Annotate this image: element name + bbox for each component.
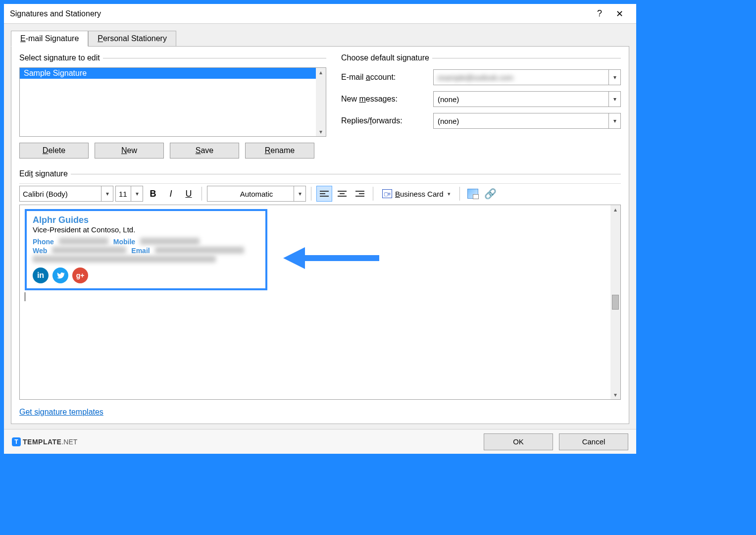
editor-scrollbar[interactable]: ▴ ▾: [610, 205, 620, 399]
cancel-button[interactable]: Cancel: [559, 433, 628, 450]
mobile-label: Mobile: [113, 238, 135, 246]
toolbar-separator: [459, 187, 460, 201]
default-signature-legend: Choose default signature: [341, 54, 432, 62]
email-account-value: example@outlook.com: [438, 73, 616, 82]
italic-icon: I: [169, 189, 172, 199]
align-center-button[interactable]: [334, 186, 350, 202]
tab-label: E-mail Signature: [20, 34, 79, 43]
business-card-label: Business Card: [395, 190, 444, 198]
bold-icon: B: [150, 189, 156, 199]
twitter-icon[interactable]: [52, 268, 68, 283]
chevron-down-icon: ▾: [131, 186, 143, 201]
business-card-icon: ▢≡: [382, 189, 392, 198]
email-account-label: E-mail account:: [341, 73, 425, 82]
arrow-head-icon: [283, 247, 305, 269]
scroll-up-icon[interactable]: ▴: [614, 206, 617, 213]
arrow-annotation: [283, 247, 379, 269]
tab-label: Personal Stationery: [98, 34, 167, 43]
arrow-shaft: [305, 255, 379, 261]
insert-picture-button[interactable]: [465, 186, 481, 202]
align-left-button[interactable]: [316, 186, 332, 202]
scrollbar-vertical[interactable]: ▴ ▾: [316, 68, 326, 136]
default-signature-section: Choose default signature E-mail account:…: [341, 54, 621, 160]
close-icon[interactable]: ✕: [609, 7, 630, 20]
rename-button[interactable]: Rename: [245, 143, 314, 159]
new-button[interactable]: New: [95, 143, 164, 159]
help-icon[interactable]: ?: [590, 7, 609, 20]
edit-signature-section: Edit signature Calibri (Body) ▾ 11 ▾ B I…: [19, 169, 621, 417]
get-templates-link[interactable]: Get signature templates: [19, 408, 621, 417]
toolbar-separator: [202, 187, 202, 201]
googleplus-icon[interactable]: g+: [72, 268, 88, 283]
chevron-down-icon: ▾: [608, 92, 620, 107]
select-signature-legend: Select signature to edit: [19, 54, 103, 62]
insert-hyperlink-button[interactable]: 🔗: [483, 186, 499, 202]
italic-button[interactable]: I: [163, 186, 179, 202]
signature-name: Alphr Guides: [33, 215, 259, 225]
signature-list[interactable]: Sample Signature ▴ ▾: [19, 67, 326, 137]
brand-bold: TEMPLATE: [23, 438, 61, 446]
text-cursor: [25, 292, 25, 301]
signature-editor[interactable]: Alphr Guides Vice-President at Contoso, …: [20, 205, 610, 399]
brand-watermark: T TEMPLATE.NET: [12, 437, 77, 446]
link-icon: 🔗: [485, 189, 497, 199]
delete-button[interactable]: Delete: [19, 143, 89, 159]
picture-icon: [467, 189, 478, 199]
signatures-dialog: Signatures and Stationery ? ✕ E-mail Sig…: [4, 4, 636, 454]
font-value: Calibri (Body): [23, 190, 68, 198]
email-label: Email: [131, 247, 150, 255]
replies-forwards-select[interactable]: (none) ▾: [433, 113, 621, 129]
brand-rest: .NET: [61, 438, 77, 446]
ok-button[interactable]: OK: [484, 433, 553, 450]
scroll-down-icon[interactable]: ▾: [319, 128, 322, 135]
toolbar-separator: [311, 187, 311, 201]
linkedin-icon[interactable]: in: [33, 268, 49, 283]
new-messages-label: New messages:: [341, 95, 425, 104]
signature-list-items: Sample Signature: [20, 68, 316, 136]
mobile-value-blurred: [140, 238, 200, 245]
address-value-blurred: [33, 256, 216, 263]
signature-highlight: Alphr Guides Vice-President at Contoso, …: [25, 209, 267, 290]
chevron-down-icon: ▾: [608, 70, 620, 85]
phone-value-blurred: [59, 238, 108, 245]
signature-item-selected[interactable]: Sample Signature: [20, 68, 316, 79]
align-right-icon: [355, 191, 364, 197]
toolbar-separator: [373, 187, 373, 201]
chevron-down-icon: ▾: [294, 186, 305, 201]
editor-area: Alphr Guides Vice-President at Contoso, …: [19, 205, 621, 400]
font-select[interactable]: Calibri (Body) ▾: [19, 186, 113, 202]
dialog-title: Signatures and Stationery: [10, 9, 590, 18]
align-right-button[interactable]: [352, 186, 368, 202]
font-size-select[interactable]: 11 ▾: [115, 186, 143, 202]
save-button[interactable]: Save: [170, 143, 239, 159]
web-label: Web: [33, 247, 47, 255]
tab-panel: Select signature to edit Sample Signatur…: [11, 46, 629, 424]
font-color-value: Automatic: [240, 190, 273, 198]
signature-job-title: Vice-President at Contoso, Ltd.: [33, 225, 259, 234]
titlebar: Signatures and Stationery ? ✕: [4, 4, 636, 24]
scroll-up-icon[interactable]: ▴: [319, 69, 322, 76]
font-color-select[interactable]: Automatic ▾: [207, 186, 306, 202]
email-value-blurred: [155, 247, 244, 254]
business-card-button[interactable]: ▢≡ Business Card ▾: [378, 186, 454, 202]
edit-signature-legend: Edit signature: [19, 169, 71, 178]
editor-toolbar: Calibri (Body) ▾ 11 ▾ B I U Automatic: [19, 183, 621, 204]
dialog-footer: T TEMPLATE.NET OK Cancel: [4, 429, 636, 454]
brand-icon: T: [12, 437, 21, 446]
underline-icon: U: [186, 189, 192, 199]
email-account-select[interactable]: example@outlook.com ▾: [433, 69, 621, 85]
chevron-down-icon: ▾: [101, 186, 113, 201]
bold-button[interactable]: B: [145, 186, 161, 202]
chevron-down-icon: ▾: [608, 113, 620, 128]
underline-button[interactable]: U: [181, 186, 197, 202]
phone-label: Phone: [33, 238, 54, 246]
tab-email-signature[interactable]: E-mail Signature: [11, 31, 88, 47]
tab-personal-stationery[interactable]: Personal Stationery: [88, 31, 176, 46]
align-left-icon: [320, 191, 329, 197]
social-icons: in g+: [33, 268, 259, 283]
scroll-thumb[interactable]: [612, 295, 619, 310]
replies-forwards-value: (none): [438, 117, 616, 125]
scroll-down-icon[interactable]: ▾: [614, 391, 617, 398]
new-messages-value: (none): [438, 95, 616, 104]
new-messages-select[interactable]: (none) ▾: [433, 91, 621, 107]
